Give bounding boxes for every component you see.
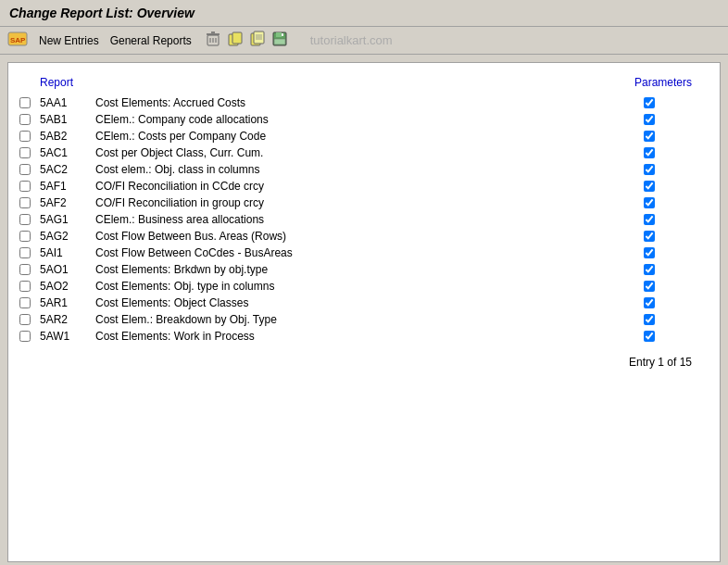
table-row: 5AB2CElem.: Costs per Company Code (19, 128, 709, 144)
table-header: Report Parameters (19, 72, 709, 94)
table-row: 5AC1Cost per Object Class, Curr. Cum. (19, 144, 709, 161)
row-code: 5AA1 (40, 96, 95, 109)
svg-rect-16 (276, 32, 282, 37)
row-select-checkbox[interactable] (19, 181, 31, 192)
table-row: 5AF2CO/FI Reconciliation in group crcy (19, 195, 709, 211)
row-select-checkbox[interactable] (19, 131, 31, 142)
row-desc: CElem.: Costs per Company Code (95, 130, 634, 143)
params-checkbox[interactable] (644, 147, 655, 158)
svg-rect-11 (254, 31, 264, 44)
svg-text:SAP: SAP (10, 36, 26, 44)
row-select-checkbox[interactable] (19, 97, 31, 108)
params-checkbox[interactable] (644, 97, 655, 108)
row-desc: Cost Elements: Brkdwn by obj.type (95, 263, 634, 276)
title-bar: Change Report List: Overview (0, 0, 728, 27)
row-code: 5AG2 (40, 230, 95, 243)
general-reports-button[interactable]: General Reports (107, 32, 195, 49)
row-code: 5AB2 (40, 130, 95, 143)
svg-rect-18 (282, 33, 283, 36)
row-code: 5AC1 (40, 146, 95, 159)
row-code: 5AR2 (40, 313, 95, 326)
table-row: 5AB1CElem.: Company code allocations (19, 111, 709, 128)
entry-footer: Entry 1 of 15 (7, 356, 701, 369)
row-desc: Cost Elements: Object Classes (95, 296, 634, 309)
row-select-checkbox[interactable] (19, 114, 31, 125)
table-body: 5AA1Cost Elements: Accrued Costs5AB1CEle… (19, 94, 709, 345)
table-row: 5AA1Cost Elements: Accrued Costs (19, 94, 709, 111)
row-desc: Cost Elements: Accrued Costs (95, 96, 634, 109)
row-desc: Cost Elem.: Breakdown by Obj. Type (95, 313, 634, 326)
row-code: 5AB1 (40, 113, 95, 126)
entry-info: Entry 1 of 15 (629, 356, 692, 369)
params-checkbox[interactable] (644, 164, 655, 175)
row-desc: Cost Flow Between Bus. Areas (Rows) (95, 230, 634, 243)
params-checkbox[interactable] (644, 281, 655, 292)
svg-rect-9 (232, 32, 242, 44)
table-row: 5AW1Cost Elements: Work in Process (19, 328, 709, 345)
row-code: 5AG1 (40, 213, 95, 226)
row-code: 5AF1 (40, 180, 95, 193)
row-select-checkbox[interactable] (19, 231, 31, 242)
params-checkbox[interactable] (644, 114, 655, 125)
row-select-checkbox[interactable] (19, 247, 31, 258)
params-checkbox[interactable] (644, 264, 655, 275)
row-code: 5AI1 (40, 246, 95, 259)
row-desc: CElem.: Business area allocations (95, 213, 634, 226)
params-checkbox[interactable] (644, 331, 655, 342)
table-row: 5AF1CO/FI Reconciliation in CCde crcy (19, 178, 709, 195)
row-select-checkbox[interactable] (19, 297, 31, 308)
params-checkbox[interactable] (644, 247, 655, 258)
row-desc: Cost Elements: Work in Process (95, 330, 634, 343)
svg-rect-17 (274, 39, 285, 44)
main-content: Report Parameters 5AA1Cost Elements: Acc… (7, 62, 721, 562)
row-desc: Cost elem.: Obj. class in columns (95, 163, 634, 176)
row-desc: CElem.: Company code allocations (95, 113, 634, 126)
copy-icon[interactable] (227, 31, 244, 50)
row-desc: Cost per Object Class, Curr. Cum. (95, 146, 634, 159)
row-desc: CO/FI Reconciliation in group crcy (95, 196, 634, 209)
table-row: 5AO2Cost Elements: Obj. type in columns (19, 278, 709, 295)
table-row: 5AR2Cost Elem.: Breakdown by Obj. Type (19, 311, 709, 328)
col-params-header: Parameters (634, 76, 709, 89)
save-icon[interactable] (271, 31, 288, 50)
row-select-checkbox[interactable] (19, 331, 31, 342)
params-checkbox[interactable] (644, 231, 655, 242)
row-desc: Cost Elements: Obj. type in columns (95, 280, 634, 293)
table-row: 5AC2Cost elem.: Obj. class in columns (19, 161, 709, 178)
row-desc: CO/FI Reconciliation in CCde crcy (95, 180, 634, 193)
row-desc: Cost Flow Between CoCdes - BusAreas (95, 246, 634, 259)
table-row: 5AG2Cost Flow Between Bus. Areas (Rows) (19, 228, 709, 245)
col-report-header: Report (40, 76, 95, 89)
new-entries-label: New Entries (39, 34, 99, 47)
page-title: Change Report List: Overview (9, 6, 195, 20)
params-checkbox[interactable] (644, 314, 655, 325)
watermark: tutorialkart.com (310, 33, 393, 47)
table-row: 5AR1Cost Elements: Object Classes (19, 295, 709, 311)
params-checkbox[interactable] (644, 297, 655, 308)
row-code: 5AO2 (40, 280, 95, 293)
row-select-checkbox[interactable] (19, 281, 31, 292)
params-checkbox[interactable] (644, 214, 655, 225)
delete-icon[interactable] (205, 31, 221, 50)
table-row: 5AG1CElem.: Business area allocations (19, 211, 709, 228)
row-code: 5AC2 (40, 163, 95, 176)
row-select-checkbox[interactable] (19, 147, 31, 158)
toolbar: SAP New Entries General Reports (0, 27, 728, 55)
params-checkbox[interactable] (644, 181, 655, 192)
copy2-icon[interactable] (249, 31, 266, 50)
row-select-checkbox[interactable] (19, 164, 31, 175)
params-checkbox[interactable] (644, 197, 655, 208)
row-select-checkbox[interactable] (19, 197, 31, 208)
row-code: 5AR1 (40, 296, 95, 309)
params-checkbox[interactable] (644, 131, 655, 142)
row-select-checkbox[interactable] (19, 314, 31, 325)
table-row: 5AI1Cost Flow Between CoCdes - BusAreas (19, 245, 709, 261)
row-select-checkbox[interactable] (19, 264, 31, 275)
row-code: 5AW1 (40, 330, 95, 343)
new-entries-button[interactable]: New Entries (35, 32, 103, 49)
general-reports-label: General Reports (110, 34, 192, 47)
row-select-checkbox[interactable] (19, 214, 31, 225)
table-row: 5AO1Cost Elements: Brkdwn by obj.type (19, 261, 709, 278)
row-code: 5AO1 (40, 263, 95, 276)
sap-icon: SAP (7, 31, 28, 50)
